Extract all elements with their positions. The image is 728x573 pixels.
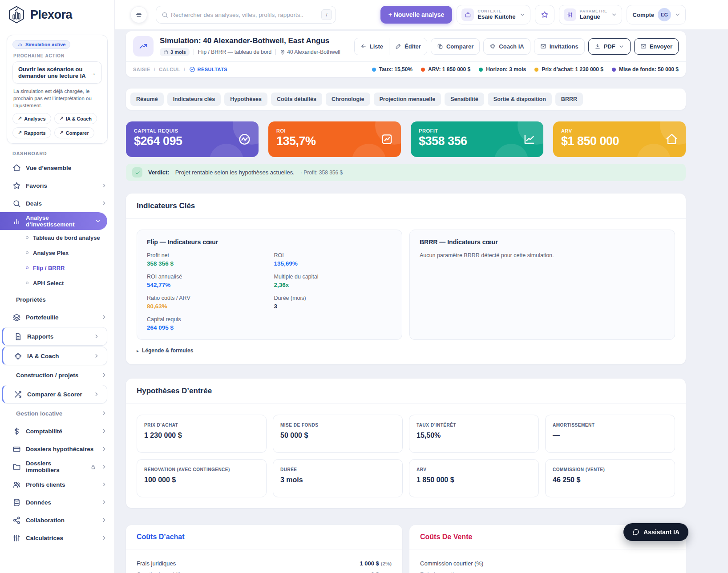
- tab-indicateurs-cles[interactable]: Indicateurs clés: [167, 93, 221, 106]
- main-column: / + Nouvelle analyse CONTEXTE Esaie Kuit…: [115, 0, 728, 573]
- divider: [194, 49, 194, 55]
- metric-roi-annualise: ROI annualisé 542,77%: [147, 274, 265, 288]
- sidebar-subitem-aph-select[interactable]: APH Select: [0, 275, 114, 291]
- list-edit-group: Liste Éditer: [354, 38, 427, 55]
- sidebar-item-vue-densemble[interactable]: Vue d’ensemble: [0, 159, 114, 177]
- quick-link-ia-coach[interactable]: ↗IA & Coach: [54, 113, 97, 124]
- sidebar-item-portefeuille[interactable]: Portefeuille: [0, 308, 114, 326]
- tab-resume[interactable]: Résumé: [130, 93, 164, 106]
- copy-icon: [437, 43, 443, 49]
- plexora-logo-icon: [7, 5, 26, 24]
- tab-projection-mensuelle[interactable]: Projection mensuelle: [374, 93, 441, 106]
- quick-link-comparer[interactable]: ↗Comparer: [54, 127, 94, 138]
- search-input[interactable]: [171, 12, 319, 18]
- assistant-ia-button[interactable]: Assistant IA: [623, 523, 688, 541]
- sidebar-item-proprietes[interactable]: Propriétés: [0, 291, 114, 308]
- section-tabs: Résumé Indicateurs clés Hypothèses Coûts…: [126, 89, 686, 110]
- content-area: Simulation: 40 Alexander-Bothwell, East …: [115, 29, 728, 573]
- sidebar-item-collaboration[interactable]: Collaboration: [0, 511, 114, 529]
- parameter-dropdown[interactable]: PARAMÈTRE Langue: [559, 5, 622, 24]
- sidebar-item-calculatrices[interactable]: Calculatrices: [0, 529, 114, 547]
- cost-row-courtier-immobilier: Courtier immobilier 0 $ (0%): [137, 571, 392, 573]
- sidebar-item-dossiers-immobiliers[interactable]: Dossiers immobiliers: [0, 458, 114, 476]
- edit-icon: [395, 43, 401, 49]
- cost-row-frais-juridiques: Frais juridiques 1 000 $ (2%): [137, 560, 392, 567]
- account-dropdown[interactable]: Compte EG: [627, 5, 686, 24]
- sidebar-item-rapports[interactable]: Rapports: [2, 327, 107, 346]
- sidebar-item-gestion-locative[interactable]: Gestion locative: [0, 404, 114, 422]
- sidebar-subitem-flip-brrr[interactable]: Flip / BRRR: [0, 260, 114, 275]
- sidebar-subitem-tableau-de-bord-analyse[interactable]: Tableau de bord analyse: [0, 230, 114, 245]
- hypothesis-renovation: RÉNOVATION (AVEC CONTINGENCE) 100 000 $: [137, 459, 267, 497]
- tab-sensibilite[interactable]: Sensibilité: [445, 93, 484, 106]
- brrr-empty-message: Aucun paramètre BRRR détecté pour cette …: [420, 252, 665, 258]
- sidebar-item-deals[interactable]: Deals: [0, 194, 114, 212]
- chevron-down-icon: [611, 12, 617, 18]
- stat-chip-arv: ARV: 1 850 000 $: [421, 66, 470, 73]
- metric-multiple-capital: Multiple du capital 2,36x: [274, 274, 392, 288]
- tab-brrr[interactable]: BRRR: [555, 93, 583, 106]
- dot-icon: [372, 68, 376, 72]
- tab-sortie-disposition[interactable]: Sortie & disposition: [488, 93, 552, 106]
- bullet-icon: [26, 251, 28, 254]
- stat-chip-prix-achat: Prix d’achat: 1 230 000 $: [534, 66, 603, 73]
- bullet-icon: [26, 236, 28, 239]
- tab-couts-detailles[interactable]: Coûts détaillés: [271, 93, 322, 106]
- send-button[interactable]: Envoyer: [634, 38, 679, 55]
- breadcrumb-resultats[interactable]: RÉSULTATS: [189, 66, 228, 73]
- breadcrumb-saisie[interactable]: SAISIE: [133, 67, 150, 72]
- hamburger-menu-button[interactable]: [130, 6, 147, 23]
- external-link-icon: ↗: [60, 116, 64, 121]
- new-analysis-button[interactable]: + Nouvelle analyse: [380, 6, 453, 24]
- breadcrumb-calcul[interactable]: CALCUL: [159, 67, 180, 72]
- chevron-right-icon: [101, 314, 107, 320]
- favorites-button[interactable]: [535, 5, 554, 24]
- sidebar-item-comparer-scorer[interactable]: Comparer & Scorer: [2, 385, 107, 404]
- legend-formulas-toggle[interactable]: ▸ Légende & formules: [137, 347, 675, 354]
- external-link-icon: ↗: [18, 116, 22, 121]
- parameter-value: Langue: [580, 14, 607, 20]
- sidebar-item-donnees[interactable]: Données: [0, 493, 114, 511]
- page-actions: Liste Éditer Comparer: [354, 38, 679, 55]
- sidebar-item-construction-projets[interactable]: Construction / projets: [0, 366, 114, 384]
- tab-hypotheses[interactable]: Hypothèses: [224, 93, 267, 106]
- sidebar-nav: Vue d’ensemble Favoris Deals Analyse d’i…: [0, 159, 114, 547]
- tab-chronologie[interactable]: Chronologie: [326, 93, 370, 106]
- chevron-right-icon: [101, 446, 107, 452]
- avatar: EG: [658, 8, 671, 21]
- sidebar-item-analyse-investissement[interactable]: Analyse d’investissement: [0, 212, 107, 230]
- next-action-button[interactable]: Ouvrir les scénarios ou demander une lec…: [12, 61, 102, 84]
- compare-button[interactable]: Comparer: [431, 38, 480, 55]
- context-dropdown[interactable]: CONTEXTE Esaie Kuitche: [457, 5, 530, 24]
- page-subtitle: Flip / BRRR — tableau de bord: [198, 49, 271, 55]
- breadcrumb: SAISIE / CALCUL / RÉSULTATS: [133, 66, 227, 73]
- list-button[interactable]: Liste: [355, 38, 389, 55]
- chevron-right-icon: [101, 182, 107, 189]
- download-icon: [595, 43, 601, 49]
- quick-link-analyses[interactable]: ↗Analyses: [12, 113, 51, 124]
- invitations-button[interactable]: Invitations: [534, 38, 585, 55]
- sidebar-item-comptabilite[interactable]: Comptabilité: [0, 422, 114, 440]
- dot-icon: [479, 68, 483, 72]
- external-link-icon: ↗: [60, 130, 64, 136]
- document-icon: [14, 332, 22, 341]
- quick-link-rapports[interactable]: ↗Rapports: [12, 127, 51, 138]
- pdf-button[interactable]: PDF: [588, 38, 631, 55]
- sidebar-item-dossiers-hypothecaires[interactable]: Dossiers hypothécaires: [0, 440, 114, 458]
- page-title: Simulation: 40 Alexander-Bothwell, East …: [160, 36, 340, 45]
- hypotheses-card: Hypothèses D’entrée PRIX D’ACHAT 1 230 0…: [126, 379, 686, 508]
- folder-icon: [12, 463, 21, 471]
- briefcase-icon: [461, 8, 474, 21]
- summary-chips: Taux: 15,50% ARV: 1 850 000 $ Horizon: 3…: [372, 66, 679, 73]
- sidebar-item-favoris[interactable]: Favoris: [0, 177, 114, 194]
- sidebar-subitem-analyse-plex[interactable]: Analyse Plex: [0, 245, 114, 260]
- chevron-down-icon: [675, 12, 681, 18]
- brand-logo[interactable]: Plexora: [0, 0, 114, 29]
- coach-ia-button[interactable]: Coach IA: [483, 38, 530, 55]
- chevron-right-icon: [101, 517, 107, 523]
- account-label: Compte: [633, 12, 654, 18]
- sidebar-item-profils-clients[interactable]: Profils clients: [0, 476, 114, 493]
- sidebar-item-ia-coach[interactable]: IA & Coach: [2, 347, 107, 365]
- chevron-right-icon: [93, 333, 100, 339]
- edit-button[interactable]: Éditer: [389, 38, 427, 55]
